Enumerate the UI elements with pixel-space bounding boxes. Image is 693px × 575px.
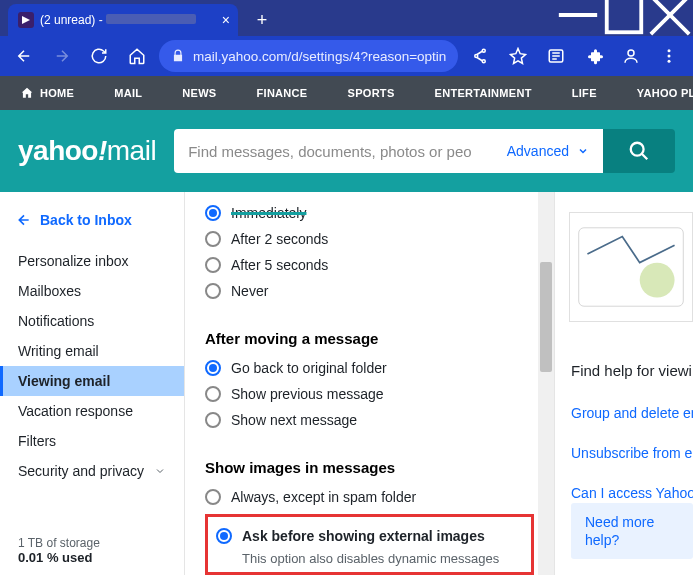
nav-entertainment[interactable]: ENTERTAINMENT [435, 87, 532, 99]
svg-point-3 [475, 55, 478, 58]
radio-after-5s[interactable]: After 5 seconds [205, 252, 534, 278]
sidebar-item-mailboxes[interactable]: Mailboxes [0, 276, 184, 306]
yahoo-topnav: HOME MAIL NEWS FINANCE SPORTS ENTERTAINM… [0, 76, 693, 110]
close-window-icon[interactable] [647, 0, 693, 30]
search-icon [628, 140, 650, 162]
scrollbar-thumb[interactable] [540, 262, 552, 372]
chevron-down-icon [154, 465, 166, 477]
svg-point-9 [631, 143, 644, 156]
more-help-box: Need more help? [571, 503, 693, 559]
radio-never[interactable]: Never [205, 278, 534, 304]
home-icon[interactable] [121, 40, 153, 72]
browser-toolbar: mail.yahoo.com/d/settings/4?reason=optin [0, 36, 693, 76]
share-icon[interactable] [464, 40, 496, 72]
tab-title: (2 unread) - [40, 13, 196, 27]
mail-header: yahoo!mail Advanced [0, 110, 693, 192]
tab-favicon [18, 12, 34, 28]
help-link-group-delete[interactable]: Group and delete em [571, 405, 693, 421]
browser-titlebar: (2 unread) - × + [0, 0, 693, 36]
search-input[interactable] [188, 143, 493, 160]
radio-always-except-spam[interactable]: Always, except in spam folder [205, 484, 534, 510]
browser-tab[interactable]: (2 unread) - × [8, 4, 238, 36]
yahoo-mail-logo[interactable]: yahoo!mail [18, 135, 156, 167]
svg-rect-0 [607, 0, 642, 32]
help-illustration [569, 212, 693, 322]
sidebar-item-writing[interactable]: Writing email [0, 336, 184, 366]
sidebar-item-security[interactable]: Security and privacy [0, 456, 184, 486]
settings-sidebar: Back to Inbox Personalize inbox Mailboxe… [0, 192, 185, 575]
nav-yahoo-plus[interactable]: YAHOO PLU [637, 87, 693, 99]
sidebar-item-filters[interactable]: Filters [0, 426, 184, 456]
menu-icon[interactable] [653, 40, 685, 72]
minimize-icon[interactable] [555, 0, 601, 30]
maximize-icon[interactable] [601, 0, 647, 30]
sidebar-item-vacation[interactable]: Vacation response [0, 396, 184, 426]
address-bar[interactable]: mail.yahoo.com/d/settings/4?reason=optin [159, 40, 458, 72]
forward-icon [46, 40, 78, 72]
scrollbar-vertical[interactable] [538, 192, 554, 575]
more-help-link[interactable]: Need more help? [585, 514, 654, 548]
radio-show-next[interactable]: Show next message [205, 407, 534, 433]
help-panel: Find help for viewing Group and delete e… [555, 192, 693, 575]
radio-after-2s[interactable]: After 2 seconds [205, 226, 534, 252]
reload-icon[interactable] [84, 40, 116, 72]
nav-home[interactable]: HOME [20, 86, 74, 100]
svg-point-2 [482, 60, 485, 63]
nav-mail[interactable]: MAIL [114, 87, 142, 99]
nav-life[interactable]: LIFE [572, 87, 597, 99]
nav-sports[interactable]: SPORTS [348, 87, 395, 99]
nav-news[interactable]: NEWS [182, 87, 216, 99]
svg-point-5 [628, 50, 634, 56]
svg-point-7 [668, 55, 671, 58]
back-icon[interactable] [8, 40, 40, 72]
help-title: Find help for viewing [571, 362, 693, 379]
sidebar-item-notifications[interactable]: Notifications [0, 306, 184, 336]
svg-point-8 [668, 60, 671, 63]
url-text: mail.yahoo.com/d/settings/4?reason=optin [193, 49, 446, 64]
chevron-down-icon [577, 145, 589, 157]
lock-icon [171, 49, 185, 63]
advanced-search-link[interactable]: Advanced [507, 143, 589, 159]
radio-go-back[interactable]: Go back to original folder [205, 355, 534, 381]
section-after-moving: After moving a message [205, 330, 534, 347]
radio-immediately[interactable]: Immediately [205, 200, 534, 226]
settings-panel: Immediately After 2 seconds After 5 seco… [185, 192, 555, 575]
star-icon[interactable] [502, 40, 534, 72]
extensions-icon[interactable] [578, 40, 610, 72]
new-tab-button[interactable]: + [248, 6, 276, 34]
close-tab-icon[interactable]: × [222, 12, 230, 28]
reading-list-icon[interactable] [540, 40, 572, 72]
option-sublabel: This option also disables dynamic messag… [242, 551, 523, 566]
nav-finance[interactable]: FINANCE [257, 87, 308, 99]
svg-point-6 [668, 49, 671, 52]
back-to-inbox-link[interactable]: Back to Inbox [0, 204, 184, 236]
highlighted-option: Ask before showing external images This … [205, 514, 534, 575]
search-bar: Advanced [174, 129, 675, 173]
profile-icon[interactable] [615, 40, 647, 72]
arrow-left-icon [16, 212, 32, 228]
storage-info: 1 TB of storage 0.01 % used [18, 536, 100, 565]
help-link-unsubscribe[interactable]: Unsubscribe from em [571, 445, 693, 461]
sidebar-item-personalize[interactable]: Personalize inbox [0, 246, 184, 276]
svg-point-1 [482, 49, 485, 52]
radio-ask-before-showing[interactable]: Ask before showing external images [216, 523, 523, 549]
svg-point-11 [640, 263, 675, 298]
sidebar-item-viewing[interactable]: Viewing email [0, 366, 184, 396]
radio-show-previous[interactable]: Show previous message [205, 381, 534, 407]
help-link-access[interactable]: Can I access Yahoo M [571, 485, 693, 501]
section-show-images: Show images in messages [205, 459, 534, 476]
search-button[interactable] [603, 129, 675, 173]
